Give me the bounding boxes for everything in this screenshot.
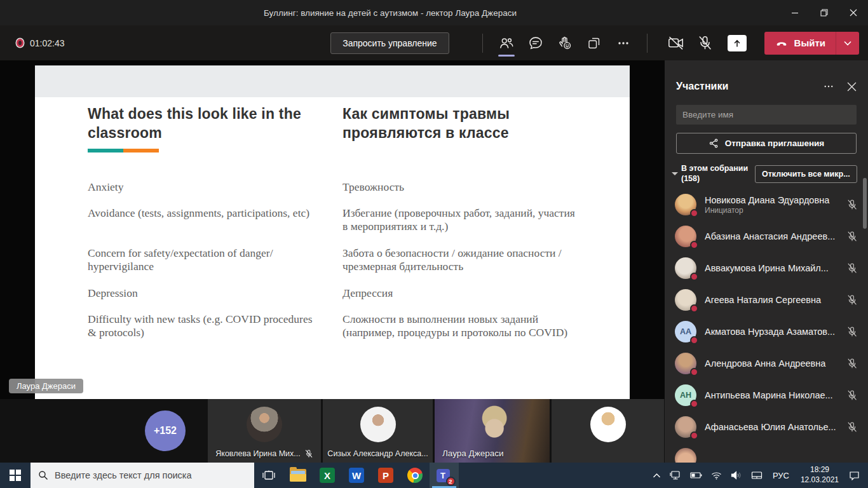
presenter-name-badge: Лаура Джераси	[9, 379, 83, 393]
taskbar-search[interactable]	[31, 463, 254, 488]
participant-row[interactable]: Новикова Диана Эдуардовна Инициатор	[665, 189, 868, 220]
mute-all-button[interactable]: Отключить все микр...	[755, 165, 857, 183]
recording-icon	[17, 39, 24, 47]
camera-off-button[interactable]	[661, 29, 691, 58]
meeting-timer: 01:02:43	[30, 38, 65, 48]
panel-scrollbar[interactable]	[863, 178, 867, 229]
participant-row[interactable]: Алендрова Анна Андреевна	[665, 348, 868, 379]
request-control-button[interactable]: Запросить управление	[330, 32, 449, 54]
start-button[interactable]	[0, 463, 31, 488]
breakout-rooms-button[interactable]	[580, 29, 609, 58]
minimize-button[interactable]	[780, 0, 810, 25]
close-button[interactable]	[839, 0, 868, 25]
avatar	[590, 407, 626, 442]
reactions-button[interactable]	[550, 29, 580, 58]
tile-participant-name: Лаура Джераси	[442, 449, 504, 458]
mic-off-icon[interactable]	[846, 231, 858, 242]
restore-button[interactable]	[810, 0, 839, 25]
mic-off-button[interactable]	[691, 29, 720, 58]
slide-item-en: Concern for safety/expectation of danger…	[88, 247, 332, 274]
hangup-icon	[775, 36, 789, 50]
participants-button[interactable]	[492, 29, 521, 58]
mic-off-icon[interactable]	[846, 421, 858, 433]
mic-off-icon[interactable]	[846, 358, 858, 369]
panel-close-button[interactable]	[847, 82, 857, 92]
overflow-participants-badge[interactable]: +152	[145, 410, 186, 451]
participant-name: Акматова Нурзада Азаматов...	[705, 327, 846, 337]
video-tile-live[interactable]: Лаура Джераси	[435, 399, 550, 463]
mic-off-icon	[697, 35, 713, 51]
presence-busy-dot	[690, 241, 698, 249]
participant-row[interactable]: Абазина Анастасия Андреев...	[665, 220, 868, 252]
send-invite-button[interactable]: Отправка приглашения	[676, 133, 857, 154]
video-tile[interactable]	[552, 399, 664, 463]
chat-icon	[527, 35, 544, 51]
slide-item-ru: Забота о безопасности / ожидание опаснос…	[342, 247, 609, 274]
raise-hand-icon	[557, 35, 573, 51]
tray-network-pc-icon[interactable]	[665, 463, 686, 488]
folder-icon	[290, 469, 306, 482]
avatar	[675, 194, 696, 215]
excel-button[interactable]: X	[313, 463, 342, 488]
chrome-button[interactable]	[400, 463, 430, 488]
mic-off-icon[interactable]	[846, 390, 858, 401]
avatar	[675, 416, 696, 438]
teams-button-active[interactable]: T 2	[430, 463, 459, 488]
taskbar-search-input[interactable]	[55, 470, 247, 480]
avatar	[675, 226, 696, 247]
tray-show-hidden-icons[interactable]	[648, 463, 665, 488]
share-arrow-icon	[733, 39, 742, 48]
presence-busy-dot	[690, 273, 698, 281]
participant-row[interactable]: АА Акматова Нурзада Азаматов...	[665, 316, 868, 348]
section-collapse-button[interactable]	[668, 172, 681, 176]
slide-item-en: Difficulty with new tasks (e.g. COVID pr…	[88, 313, 332, 340]
participant-row[interactable]: Агеева Наталия Сергеевна	[665, 284, 868, 316]
slide-item-ru: Тревожность	[342, 180, 609, 194]
search-icon	[38, 470, 48, 480]
participant-name: Абазина Анастасия Андреев...	[705, 231, 846, 241]
mic-off-icon[interactable]	[846, 262, 858, 274]
leave-options-button[interactable]	[836, 32, 859, 55]
participant-row[interactable]: АН Антипьева Марина Николае...	[665, 379, 868, 411]
participant-list: Новикова Диана Эдуардовна Инициатор Абаз…	[665, 189, 868, 475]
participant-name: Агеева Наталия Сергеевна	[705, 295, 846, 305]
participant-search-input[interactable]	[676, 105, 857, 125]
more-options-button[interactable]	[609, 29, 638, 58]
teams-icon: T 2	[437, 468, 452, 484]
file-explorer-button[interactable]	[283, 463, 313, 488]
mic-off-icon[interactable]	[846, 326, 858, 337]
leave-button[interactable]: Выйти	[764, 32, 836, 55]
minimize-icon	[791, 9, 799, 17]
mic-off-icon[interactable]	[846, 294, 858, 306]
stop-presenting-button[interactable]	[728, 35, 747, 51]
mic-off-icon[interactable]	[846, 199, 858, 210]
tray-touchpad-icon[interactable]	[747, 463, 767, 488]
tray-language-indicator[interactable]: РУС	[767, 463, 795, 488]
slide-row: Anxiety Тревожность	[88, 180, 615, 194]
title-bar: Буллинг: влияние на детей с аутизмом - л…	[0, 0, 868, 25]
avatar	[675, 353, 696, 374]
slide-row: Difficulty with new tasks (e.g. COVID pr…	[88, 313, 615, 340]
word-button[interactable]: W	[342, 463, 371, 488]
participant-row[interactable]: Аввакумова Ирина Михайл...	[665, 252, 868, 284]
video-tile[interactable]: Яковлева Ирина Мих...	[208, 399, 321, 463]
participant-row[interactable]: Афанасьева Юлия Анатолье...	[665, 411, 868, 443]
tray-wifi-icon[interactable]	[707, 463, 726, 488]
tray-battery-icon[interactable]	[686, 463, 707, 488]
avatar	[675, 289, 696, 311]
tile-participant-name: Яковлева Ирина Мих...	[215, 449, 300, 458]
tray-clock[interactable]: 18:29 12.03.2021	[795, 463, 844, 488]
avatar-initials: АА	[675, 321, 696, 342]
action-center-button[interactable]	[844, 463, 864, 488]
section-label: В этом собрании (158)	[681, 164, 751, 184]
participant-search[interactable]	[676, 105, 857, 125]
tray-volume-icon[interactable]	[726, 463, 747, 488]
avatar	[360, 407, 396, 442]
powerpoint-button[interactable]: P	[371, 463, 400, 488]
task-view-button[interactable]	[254, 463, 283, 488]
slide-item-ru: Избегание (проверочных работ, заданий, у…	[342, 207, 609, 234]
panel-more-button[interactable]	[823, 81, 834, 92]
chat-button[interactable]	[521, 29, 550, 58]
video-tile[interactable]: Сизых Александр Алекса...	[323, 399, 433, 463]
window-title: Буллинг: влияние на детей с аутизмом - л…	[0, 8, 780, 18]
